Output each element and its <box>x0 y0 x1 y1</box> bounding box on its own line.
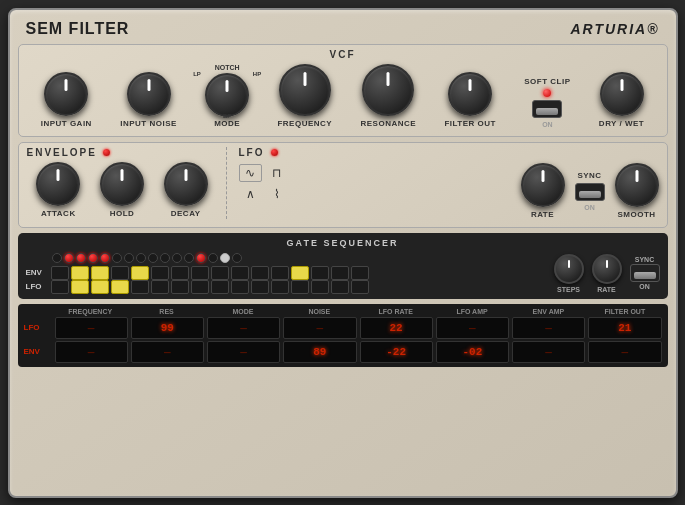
lfo-sync-label: SYNC <box>577 171 601 180</box>
attack-knob[interactable] <box>36 162 80 206</box>
lfo-buttons <box>51 280 550 294</box>
resonance-label: RESONANCE <box>361 119 417 128</box>
lfo-noise-cell[interactable]: — <box>283 317 356 339</box>
env-mode-cell[interactable]: — <box>207 341 280 363</box>
lfo-smooth-knob[interactable] <box>615 163 659 207</box>
env-btn-5[interactable] <box>131 266 149 280</box>
col-header-env-amp: ENV AMP <box>512 308 585 315</box>
env-btn-3[interactable] <box>91 266 109 280</box>
lfo-btn-15[interactable] <box>331 280 349 294</box>
attack-label: ATTACK <box>41 209 76 218</box>
lfo-sync-toggle-knob <box>579 191 601 198</box>
wave-sh[interactable]: ⌇ <box>265 185 289 203</box>
title-bar: SEM FILTER ARTURIA® <box>18 18 668 40</box>
frequency-knob[interactable] <box>279 64 331 116</box>
wave-tri[interactable]: ∧ <box>239 185 263 203</box>
lfo-lfo-rate-cell[interactable]: 22 <box>360 317 433 339</box>
filter-out-group: FILTER OUT <box>444 72 496 128</box>
seq-sync-label: SYNC <box>635 256 654 263</box>
mode-label: MODE <box>214 119 240 128</box>
env-btn-2[interactable] <box>71 266 89 280</box>
steps-group: STEPS <box>554 254 584 293</box>
lfo-mode-cell[interactable]: — <box>207 317 280 339</box>
env-res-cell[interactable]: — <box>131 341 204 363</box>
seq-rate-group: RATE <box>592 254 622 293</box>
lfo-panel: LFO ∿ ⊓ ∧ ⌇ RATE <box>231 147 659 219</box>
hold-knob[interactable] <box>100 162 144 206</box>
env-env-amp-cell[interactable]: — <box>512 341 585 363</box>
env-noise-cell[interactable]: 89 <box>283 341 356 363</box>
steps-knob[interactable] <box>554 254 584 284</box>
decay-knob[interactable] <box>164 162 208 206</box>
env-btn-13[interactable] <box>291 266 309 280</box>
lfo-freq-cell[interactable]: — <box>55 317 128 339</box>
env-btn-11[interactable] <box>251 266 269 280</box>
env-btn-4[interactable] <box>111 266 129 280</box>
env-lfo-rate-cell[interactable]: -22 <box>360 341 433 363</box>
lfo-btn-7[interactable] <box>171 280 189 294</box>
lfo-seq-row: LFO <box>26 280 550 294</box>
soft-clip-toggle[interactable] <box>532 100 562 118</box>
steps-label: STEPS <box>557 286 580 293</box>
gate-sequencer-label: GATE SEQUENCER <box>26 238 660 248</box>
lfo-filter-cell[interactable]: 21 <box>588 317 661 339</box>
lfo-btn-3[interactable] <box>91 280 109 294</box>
env-btn-6[interactable] <box>151 266 169 280</box>
envelope-panel: ENVELOPE ATTACK HOLD DECAY <box>27 147 227 219</box>
env-filter-cell[interactable]: — <box>588 341 661 363</box>
env-btn-10[interactable] <box>231 266 249 280</box>
seq-sync-toggle[interactable] <box>630 264 660 282</box>
vcf-section: VCF INPUT GAIN INPUT NOISE NOTCH LP HP B… <box>18 44 668 137</box>
lfo-rate-knob[interactable] <box>521 163 565 207</box>
lfo-btn-4[interactable] <box>111 280 129 294</box>
lfo-sync-toggle[interactable] <box>575 183 605 201</box>
input-gain-knob[interactable] <box>44 72 88 116</box>
lfo-btn-12[interactable] <box>271 280 289 294</box>
env-btn-7[interactable] <box>171 266 189 280</box>
resonance-knob[interactable] <box>362 64 414 116</box>
col-header-lfo-amp: LFO AMP <box>435 308 508 315</box>
col-header-mode: MODE <box>206 308 279 315</box>
soft-clip-group: SOFT CLIP ON <box>524 77 570 128</box>
lfo-btn-5[interactable] <box>131 280 149 294</box>
display-headers: FREQUENCY RES MODE NOISE LFO RATE LFO AM… <box>24 308 662 315</box>
lfo-res-cell[interactable]: 99 <box>131 317 204 339</box>
lfo-btn-13[interactable] <box>291 280 309 294</box>
col-header-filter: FILTER OUT <box>588 308 661 315</box>
seq-led-16 <box>232 253 242 263</box>
lfo-env-amp-cell[interactable]: — <box>512 317 585 339</box>
input-noise-knob[interactable] <box>127 72 171 116</box>
env-btn-15[interactable] <box>331 266 349 280</box>
env-btn-14[interactable] <box>311 266 329 280</box>
seq-led-14 <box>208 253 218 263</box>
lfo-btn-2[interactable] <box>71 280 89 294</box>
seq-rate-knob[interactable] <box>592 254 622 284</box>
lfo-btn-8[interactable] <box>191 280 209 294</box>
lfo-lfo-amp-cell[interactable]: — <box>436 317 509 339</box>
dry-wet-knob[interactable] <box>600 72 644 116</box>
env-freq-cell[interactable]: — <box>55 341 128 363</box>
env-btn-12[interactable] <box>271 266 289 280</box>
env-btn-16[interactable] <box>351 266 369 280</box>
envelope-label: ENVELOPE <box>27 147 97 158</box>
lfo-btn-16[interactable] <box>351 280 369 294</box>
seq-sync-toggle-knob <box>634 272 656 279</box>
env-lfo-amp-cell[interactable]: -02 <box>436 341 509 363</box>
lfo-btn-10[interactable] <box>231 280 249 294</box>
seq-led-15 <box>220 253 230 263</box>
env-btn-1[interactable] <box>51 266 69 280</box>
env-btn-8[interactable] <box>191 266 209 280</box>
filter-out-knob[interactable] <box>448 72 492 116</box>
mode-knob[interactable] <box>205 73 249 117</box>
lfo-btn-14[interactable] <box>311 280 329 294</box>
seq-led-2 <box>64 253 74 263</box>
lfo-btn-9[interactable] <box>211 280 229 294</box>
wave-sine[interactable]: ∿ <box>239 164 263 182</box>
seq-led-8 <box>136 253 146 263</box>
lfo-btn-6[interactable] <box>151 280 169 294</box>
env-btn-9[interactable] <box>211 266 229 280</box>
mode-notch-label: NOTCH <box>215 64 240 71</box>
lfo-btn-11[interactable] <box>251 280 269 294</box>
wave-square[interactable]: ⊓ <box>265 164 289 182</box>
lfo-btn-1[interactable] <box>51 280 69 294</box>
